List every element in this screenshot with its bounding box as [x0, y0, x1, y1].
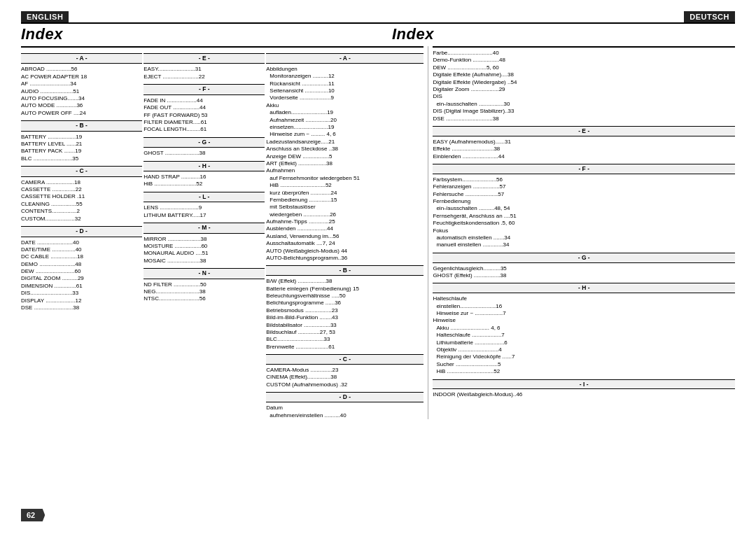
entry-eject: EJECT .......................22: [144, 73, 265, 80]
de-feuchtigkeit: Feuchtigkeitskondensation .5, 60: [433, 220, 735, 227]
entry-bildstabilisator: Bildstabilisator .................33: [266, 322, 424, 329]
entry-mosaic: MOSAIC .....................38: [144, 258, 265, 265]
entry-datetime: DATE/TIME ...............40: [21, 246, 142, 253]
english-section: - A - ABROAD ................56 AC POWER…: [21, 46, 424, 419]
de-hinweise: Hinweise: [433, 317, 735, 324]
main-content: - A - ABROAD ................56 AC POWER…: [21, 46, 735, 419]
entry-anschluss-steckdose: Anschluss an Steckdose ..38: [266, 146, 424, 153]
de-digitaler-zoom: Digitaler Zoom ..................29: [433, 86, 735, 93]
entry-easy: EASY........................31: [144, 66, 265, 73]
entry-dimension: DIMENSION ..............61: [21, 283, 142, 290]
entry-custom-de: CUSTOM (Aufnahmemodus) .32: [266, 381, 424, 388]
entry-ausschalt: Ausschaltautomatik ....7, 24: [266, 240, 424, 247]
entry-ausland: Ausland, Verwendung im...56: [266, 233, 424, 240]
entry-blc-de: BLC..............................33: [266, 336, 424, 343]
de-fernsehgerat: Fernsehgerät, Anschluss an ....51: [433, 213, 735, 220]
section-e-de: - E -: [433, 126, 735, 136]
entry-cleaning: CLEANING ................55: [21, 201, 142, 208]
page-number-badge: 62: [21, 509, 45, 521]
entry-aufladen: aufladen.......................19: [266, 109, 424, 116]
entry-filter-diameter: FILTER DIAMETER.....61: [144, 119, 265, 126]
de-ghost: GHOST (Effekt) .................38: [433, 272, 735, 279]
entry-ntsc: NTSC..........................56: [144, 295, 265, 302]
entry-battery: BATTERY ..................19: [21, 134, 142, 141]
deutsch-badge: DEUTSCH: [684, 11, 735, 22]
entry-custom: CUSTOM...................32: [21, 216, 142, 223]
entry-ff: FF (FAST FORWARD) 53: [144, 112, 265, 119]
entry-cassette-holder: CASSETTE HOLDER .11: [21, 193, 142, 200]
english-badge: ENGLISH: [21, 11, 69, 22]
entry-hib-sub: HiB .............................52: [266, 182, 424, 189]
de-fokus: Fokus: [433, 227, 735, 234]
section-f-de: - F -: [433, 164, 735, 174]
page-number: 62: [27, 511, 35, 519]
entry-datum: Datum: [266, 405, 424, 412]
entry-beleuchtung: Beleuchtungsverhältnisse .....50: [266, 293, 424, 300]
entry-dis: DIS...........................33: [21, 290, 142, 297]
de-farbe: Farbe.............................40: [433, 50, 735, 57]
entry-auto-weiss: AUTO (Weißabgleich-Modus) 44: [266, 248, 424, 255]
english-col-1: - A - ABROAD ................56 AC POWER…: [21, 50, 142, 419]
entry-abbildungen: Abbildungen: [266, 66, 424, 73]
section-i-de: - I -: [433, 379, 735, 390]
entry-akku: Akku: [266, 102, 424, 109]
entry-battery-pack: BATTERY PACK .......19: [21, 148, 142, 155]
english-title: Index: [21, 25, 63, 43]
entry-dc-cable: DC CABLE .................18: [21, 253, 142, 260]
entry-date: DATE .......................40: [21, 239, 142, 246]
entry-moisture: MOISTURE .................60: [144, 243, 265, 250]
de-hint-lithium: Lithiumbatterie ...................6: [433, 339, 735, 346]
english-col-3: - A - Abbildungen Monitoranzeigen ......…: [266, 50, 424, 419]
entry-focal-length: FOCAL LENGTH.........61: [144, 126, 265, 133]
entry-ausblenden: Ausblenden ...................44: [266, 225, 424, 232]
entry-camera: CAMERA ..................18: [21, 179, 142, 186]
section-b-en: - B -: [21, 120, 142, 131]
de-hint-objektiv: Objektiv ..........................4: [433, 346, 735, 353]
section-a-en: - A -: [21, 53, 142, 64]
de-fokus-manuell: manuell einstellen .............34: [433, 241, 735, 248]
entry-display: DISPLAY ...................12: [21, 297, 142, 304]
section-g-en: - G -: [144, 137, 265, 148]
entry-art-effekt: ART (Effekt) ..................38: [266, 160, 424, 167]
entry-dse: DSE .........................38: [21, 304, 142, 311]
de-dse: DSE ..............................38: [433, 115, 735, 122]
de-digitale-wiedergabe: Digitale Effekte (Wiedergabe) ..54: [433, 79, 735, 86]
entry-bild-im-bild: Bild-im-Bild-Funktion ........43: [266, 314, 424, 321]
entry-dew: DEW .........................60: [21, 268, 142, 275]
entry-seitenansicht: Seitenansicht ...............10: [266, 87, 424, 94]
entry-monitoranzeigen: Monitoranzeigen ..........12: [266, 73, 424, 80]
entry-fade-out: FADE OUT .................44: [144, 104, 265, 111]
entry-neg: NEG............................38: [144, 288, 265, 295]
page: ENGLISH Index DEUTSCH Index - A - ABROAD…: [0, 0, 756, 534]
entry-aufnahmen: Aufnahmen: [266, 167, 424, 174]
de-fehleranzeigen: Fehleranzeigen .................57: [433, 183, 735, 190]
entry-auto-mode: AUTO MODE .............36: [21, 102, 142, 109]
section-b-de1: - B -: [266, 265, 424, 276]
entry-ac-power: AC POWER ADAPTER 18: [21, 73, 142, 80]
entry-auto-focusing: AUTO FOCUSING.......34: [21, 95, 142, 102]
de-hint-akku: Akku ......................... 4, 6: [433, 325, 735, 332]
de-hint-reinigung: Reinigung der Videoköpfe ......7: [433, 353, 735, 360]
entry-abroad: ABROAD ................56: [21, 66, 142, 73]
entry-mirror: MIRROR .....................38: [144, 236, 265, 243]
de-digitale-aufnahme: Digitale Effekte (Aufnahme)....38: [433, 71, 735, 78]
section-divider: [428, 46, 428, 419]
section-m-en: - M -: [144, 223, 265, 233]
de-dis-full: DIS (Digital Image Stabilizer)..33: [433, 108, 735, 115]
entry-wiedergeben: wiedergeben .................26: [266, 211, 424, 218]
entry-kurz-uberprufen: kurz überprüfen .............24: [266, 190, 424, 197]
entry-monaural: MONAURAL AUDIO ....51: [144, 250, 265, 257]
entry-auto-belicht: AUTO-Belichtungsprogramm..36: [266, 255, 424, 262]
entry-belichtungs: Belichtungsprogramme ......36: [266, 300, 424, 307]
section-l-en: - L -: [144, 192, 265, 202]
section-c-en: - C -: [21, 166, 142, 176]
de-fehlersuche: Fehlersuche .....................57: [433, 191, 735, 198]
de-demo: Demo-Funktion .................48: [433, 57, 735, 64]
entry-betriebs: Betriebsmodus .................23: [266, 307, 424, 314]
de-dis-header: DIS: [433, 93, 735, 100]
entry-hib: HiB ...........................52: [144, 181, 265, 188]
entry-audio: AUDIO .....................51: [21, 88, 142, 95]
de-effekte: Effekte ...........................38: [433, 146, 735, 153]
entry-anzeige-dew: Anzeige DEW .................5: [266, 153, 424, 160]
entry-vorderseite: Vorderseite ....................9: [266, 94, 424, 101]
